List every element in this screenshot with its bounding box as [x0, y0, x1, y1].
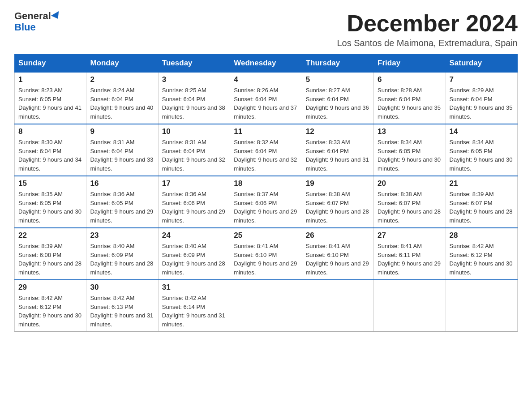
header-sunday: Sunday — [15, 54, 86, 73]
day-info: Sunrise: 8:39 AM Sunset: 6:07 PM Dayligh… — [450, 190, 514, 225]
page-header: General Blue December 2024 Los Santos de… — [14, 11, 518, 48]
day-number: 28 — [450, 231, 514, 240]
day-number: 24 — [162, 231, 226, 240]
day-info: Sunrise: 8:39 AM Sunset: 6:08 PM Dayligh… — [18, 242, 82, 277]
day-number: 15 — [18, 179, 82, 188]
day-info: Sunrise: 8:37 AM Sunset: 6:06 PM Dayligh… — [234, 190, 298, 225]
day-number: 31 — [162, 283, 226, 292]
table-row — [446, 280, 517, 332]
day-number: 8 — [18, 127, 82, 136]
table-row: 8 Sunrise: 8:30 AM Sunset: 6:04 PM Dayli… — [15, 124, 86, 176]
day-number: 12 — [306, 127, 370, 136]
day-info: Sunrise: 8:34 AM Sunset: 6:05 PM Dayligh… — [378, 138, 442, 173]
day-info: Sunrise: 8:31 AM Sunset: 6:04 PM Dayligh… — [162, 138, 226, 173]
day-number: 5 — [306, 75, 370, 84]
day-number: 26 — [306, 231, 370, 240]
day-info: Sunrise: 8:23 AM Sunset: 6:05 PM Dayligh… — [18, 86, 82, 121]
table-row — [230, 280, 302, 332]
day-info: Sunrise: 8:33 AM Sunset: 6:04 PM Dayligh… — [306, 138, 370, 173]
table-row: 29 Sunrise: 8:42 AM Sunset: 6:12 PM Dayl… — [15, 280, 86, 332]
header-thursday: Thursday — [302, 54, 373, 73]
day-number: 14 — [450, 127, 514, 136]
day-number: 29 — [18, 283, 82, 292]
table-row: 18 Sunrise: 8:37 AM Sunset: 6:06 PM Dayl… — [230, 176, 302, 228]
header-friday: Friday — [374, 54, 446, 73]
day-number: 11 — [234, 127, 298, 136]
day-number: 21 — [450, 179, 514, 188]
table-row: 7 Sunrise: 8:29 AM Sunset: 6:04 PM Dayli… — [446, 73, 517, 124]
logo: General Blue — [14, 11, 61, 33]
table-row: 17 Sunrise: 8:36 AM Sunset: 6:06 PM Dayl… — [158, 176, 230, 228]
table-row: 15 Sunrise: 8:35 AM Sunset: 6:05 PM Dayl… — [15, 176, 86, 228]
table-row: 19 Sunrise: 8:38 AM Sunset: 6:07 PM Dayl… — [302, 176, 373, 228]
day-number: 7 — [450, 75, 514, 84]
day-info: Sunrise: 8:42 AM Sunset: 6:13 PM Dayligh… — [90, 294, 154, 329]
table-row: 6 Sunrise: 8:28 AM Sunset: 6:04 PM Dayli… — [374, 73, 446, 124]
table-row: 30 Sunrise: 8:42 AM Sunset: 6:13 PM Dayl… — [86, 280, 158, 332]
table-row: 22 Sunrise: 8:39 AM Sunset: 6:08 PM Dayl… — [15, 228, 86, 280]
day-info: Sunrise: 8:24 AM Sunset: 6:04 PM Dayligh… — [90, 86, 154, 121]
calendar-week-row: 22 Sunrise: 8:39 AM Sunset: 6:08 PM Dayl… — [15, 228, 518, 280]
day-info: Sunrise: 8:35 AM Sunset: 6:05 PM Dayligh… — [18, 190, 82, 225]
table-row: 14 Sunrise: 8:34 AM Sunset: 6:05 PM Dayl… — [446, 124, 517, 176]
day-number: 23 — [90, 231, 154, 240]
table-row: 10 Sunrise: 8:31 AM Sunset: 6:04 PM Dayl… — [158, 124, 230, 176]
calendar-week-row: 29 Sunrise: 8:42 AM Sunset: 6:12 PM Dayl… — [15, 280, 518, 332]
main-title: December 2024 — [337, 11, 518, 36]
table-row: 12 Sunrise: 8:33 AM Sunset: 6:04 PM Dayl… — [302, 124, 373, 176]
day-info: Sunrise: 8:41 AM Sunset: 6:10 PM Dayligh… — [306, 242, 370, 277]
table-row: 24 Sunrise: 8:40 AM Sunset: 6:09 PM Dayl… — [158, 228, 230, 280]
table-row: 26 Sunrise: 8:41 AM Sunset: 6:10 PM Dayl… — [302, 228, 373, 280]
table-row: 4 Sunrise: 8:26 AM Sunset: 6:04 PM Dayli… — [230, 73, 302, 124]
day-number: 4 — [234, 75, 298, 84]
table-row: 16 Sunrise: 8:36 AM Sunset: 6:05 PM Dayl… — [86, 176, 158, 228]
day-info: Sunrise: 8:27 AM Sunset: 6:04 PM Dayligh… — [306, 86, 370, 121]
table-row: 9 Sunrise: 8:31 AM Sunset: 6:04 PM Dayli… — [86, 124, 158, 176]
day-info: Sunrise: 8:32 AM Sunset: 6:04 PM Dayligh… — [234, 138, 298, 173]
calendar-header-row: Sunday Monday Tuesday Wednesday Thursday… — [15, 54, 518, 73]
day-number: 16 — [90, 179, 154, 188]
day-number: 1 — [18, 75, 82, 84]
table-row: 11 Sunrise: 8:32 AM Sunset: 6:04 PM Dayl… — [230, 124, 302, 176]
day-info: Sunrise: 8:38 AM Sunset: 6:07 PM Dayligh… — [306, 190, 370, 225]
table-row: 20 Sunrise: 8:38 AM Sunset: 6:07 PM Dayl… — [374, 176, 446, 228]
table-row — [302, 280, 373, 332]
day-info: Sunrise: 8:30 AM Sunset: 6:04 PM Dayligh… — [18, 138, 82, 173]
day-number: 18 — [234, 179, 298, 188]
calendar-week-row: 15 Sunrise: 8:35 AM Sunset: 6:05 PM Dayl… — [15, 176, 518, 228]
day-info: Sunrise: 8:42 AM Sunset: 6:12 PM Dayligh… — [450, 242, 514, 277]
day-info: Sunrise: 8:34 AM Sunset: 6:05 PM Dayligh… — [450, 138, 514, 173]
day-info: Sunrise: 8:25 AM Sunset: 6:04 PM Dayligh… — [162, 86, 226, 121]
table-row: 2 Sunrise: 8:24 AM Sunset: 6:04 PM Dayli… — [86, 73, 158, 124]
day-info: Sunrise: 8:26 AM Sunset: 6:04 PM Dayligh… — [234, 86, 298, 121]
header-tuesday: Tuesday — [158, 54, 230, 73]
calendar-week-row: 8 Sunrise: 8:30 AM Sunset: 6:04 PM Dayli… — [15, 124, 518, 176]
day-number: 13 — [378, 127, 442, 136]
table-row: 27 Sunrise: 8:41 AM Sunset: 6:11 PM Dayl… — [374, 228, 446, 280]
subtitle: Los Santos de Maimona, Extremadura, Spai… — [337, 38, 518, 48]
day-number: 25 — [234, 231, 298, 240]
logo-blue: Blue — [14, 21, 36, 33]
header-saturday: Saturday — [446, 54, 517, 73]
day-number: 6 — [378, 75, 442, 84]
table-row: 31 Sunrise: 8:42 AM Sunset: 6:14 PM Dayl… — [158, 280, 230, 332]
table-row: 1 Sunrise: 8:23 AM Sunset: 6:05 PM Dayli… — [15, 73, 86, 124]
table-row: 13 Sunrise: 8:34 AM Sunset: 6:05 PM Dayl… — [374, 124, 446, 176]
day-info: Sunrise: 8:41 AM Sunset: 6:10 PM Dayligh… — [234, 242, 298, 277]
day-info: Sunrise: 8:31 AM Sunset: 6:04 PM Dayligh… — [90, 138, 154, 173]
table-row: 21 Sunrise: 8:39 AM Sunset: 6:07 PM Dayl… — [446, 176, 517, 228]
table-row: 23 Sunrise: 8:40 AM Sunset: 6:09 PM Dayl… — [86, 228, 158, 280]
calendar-table: Sunday Monday Tuesday Wednesday Thursday… — [14, 54, 518, 332]
day-number: 22 — [18, 231, 82, 240]
day-info: Sunrise: 8:40 AM Sunset: 6:09 PM Dayligh… — [90, 242, 154, 277]
day-info: Sunrise: 8:40 AM Sunset: 6:09 PM Dayligh… — [162, 242, 226, 277]
table-row: 28 Sunrise: 8:42 AM Sunset: 6:12 PM Dayl… — [446, 228, 517, 280]
day-number: 17 — [162, 179, 226, 188]
day-number: 10 — [162, 127, 226, 136]
day-number: 9 — [90, 127, 154, 136]
header-wednesday: Wednesday — [230, 54, 302, 73]
day-info: Sunrise: 8:42 AM Sunset: 6:12 PM Dayligh… — [18, 294, 82, 329]
day-number: 30 — [90, 283, 154, 292]
day-info: Sunrise: 8:36 AM Sunset: 6:06 PM Dayligh… — [162, 190, 226, 225]
day-number: 2 — [90, 75, 154, 84]
